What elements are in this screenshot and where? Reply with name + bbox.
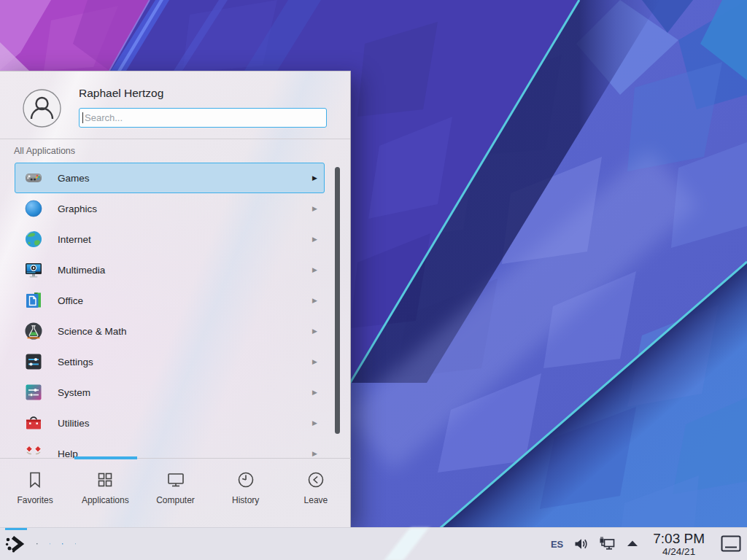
web-browser-globe-icon[interactable] — [75, 543, 77, 545]
submenu-arrow-icon: ▶ — [312, 297, 317, 304]
category-label: Science & Math — [58, 326, 127, 337]
app-category-graphics[interactable]: Graphics ▶ — [15, 193, 325, 224]
bookmark-icon — [25, 470, 45, 490]
expand-tray-caret-icon[interactable] — [625, 536, 640, 552]
tab-label: Applications — [82, 495, 129, 505]
submenu-arrow-icon: ▶ — [312, 236, 317, 243]
application-launcher-button[interactable] — [3, 528, 25, 560]
tab-label: Computer — [156, 495, 195, 505]
category-label: Office — [58, 295, 83, 306]
digital-clock[interactable]: 7:03 PM 4/24/21 — [653, 532, 705, 557]
system-sliders-icon — [23, 382, 44, 402]
keyboard-layout-indicator[interactable]: ES — [551, 539, 563, 550]
system-settings-icon[interactable] — [36, 543, 38, 545]
multimedia-monitor-icon — [23, 260, 44, 280]
tab-label: Favorites — [17, 495, 53, 505]
category-label: Games — [58, 173, 90, 184]
toolbox-icon — [23, 413, 44, 433]
application-launcher-menu: Raphael Hertzog All Applications Games ▶ — [0, 71, 351, 527]
category-label: Graphics — [58, 203, 97, 214]
discover-software-center-icon[interactable] — [50, 543, 51, 545]
category-label: System — [58, 387, 90, 398]
gamepad-icon — [23, 168, 44, 188]
app-category-multimedia[interactable]: Multimedia ▶ — [15, 254, 325, 285]
submenu-arrow-icon: ▶ — [312, 450, 317, 457]
kde-launcher-icon — [3, 533, 25, 555]
taskbar-panel: ES 7:03 PM 4/24/21 — [0, 527, 747, 560]
app-category-games[interactable]: Games ▶ — [15, 163, 325, 193]
submenu-arrow-icon: ▶ — [312, 327, 317, 335]
app-category-system[interactable]: System ▶ — [15, 377, 325, 408]
section-label: All Applications — [14, 146, 75, 156]
science-flask-icon — [23, 321, 44, 341]
launcher-active-indicator — [5, 528, 27, 530]
network-wired-icon[interactable] — [598, 536, 616, 552]
leave-icon — [306, 470, 326, 490]
tab-computer[interactable]: Computer — [140, 459, 210, 528]
category-label: Utilities — [58, 418, 90, 429]
tab-history[interactable]: History — [211, 459, 281, 528]
submenu-arrow-icon: ▶ — [312, 419, 317, 427]
tab-applications[interactable]: Applications — [70, 459, 140, 528]
submenu-arrow-icon: ▶ — [312, 266, 317, 273]
system-tray: ES 7:03 PM 4/24/21 — [551, 532, 741, 557]
tab-label: Leave — [304, 495, 328, 505]
app-category-office[interactable]: Office ▶ — [15, 285, 325, 316]
app-grid-icon — [95, 470, 115, 490]
volume-icon[interactable] — [573, 536, 589, 552]
show-desktop-icon — [721, 535, 741, 553]
scrollbar-thumb[interactable] — [335, 167, 340, 434]
settings-sliders-icon — [23, 351, 44, 372]
app-category-internet[interactable]: Internet ▶ — [15, 224, 325, 254]
tab-favorites[interactable]: Favorites — [0, 459, 70, 528]
app-category-utilities[interactable]: Utilities ▶ — [15, 408, 325, 438]
help-icon — [23, 443, 44, 458]
taskbar-launcher-area — [3, 528, 76, 560]
launcher-header: Raphael Hertzog — [0, 71, 350, 139]
search-input[interactable] — [79, 108, 327, 128]
tab-leave[interactable]: Leave — [281, 459, 351, 528]
tab-label: History — [232, 495, 259, 505]
history-clock-icon — [236, 470, 256, 490]
user-name: Raphael Hertzog — [79, 87, 163, 100]
text-caret — [82, 112, 83, 123]
taskbar-translucency-streak — [384, 528, 428, 560]
clock-time: 7:03 PM — [653, 532, 705, 545]
file-manager-folder-icon[interactable] — [62, 543, 63, 545]
category-label: Settings — [58, 357, 93, 368]
submenu-arrow-icon: ▶ — [312, 389, 317, 396]
sphere-icon — [23, 198, 44, 219]
computer-icon — [166, 470, 186, 490]
active-tab-indicator — [74, 456, 137, 459]
show-desktop-button[interactable] — [721, 535, 741, 553]
desktop: Raphael Hertzog All Applications Games ▶ — [0, 0, 747, 560]
launcher-tabbar: Favorites Applications Computer — [0, 458, 351, 528]
office-documents-icon — [23, 290, 44, 311]
submenu-arrow-icon: ▶ — [312, 358, 317, 365]
submenu-arrow-icon: ▶ — [312, 205, 317, 212]
clock-date: 4/24/21 — [653, 547, 705, 557]
category-label: Multimedia — [58, 265, 105, 276]
category-label: Internet — [58, 234, 91, 245]
user-avatar-icon[interactable] — [23, 89, 61, 128]
globe-icon — [23, 229, 44, 249]
app-category-settings[interactable]: Settings ▶ — [15, 346, 325, 377]
app-category-help[interactable]: Help ▶ — [15, 438, 325, 458]
app-category-list: Games ▶ Graphics ▶ Intern — [0, 163, 351, 458]
app-category-science-math[interactable]: Science & Math ▶ — [15, 316, 325, 346]
submenu-arrow-icon: ▶ — [312, 174, 317, 182]
